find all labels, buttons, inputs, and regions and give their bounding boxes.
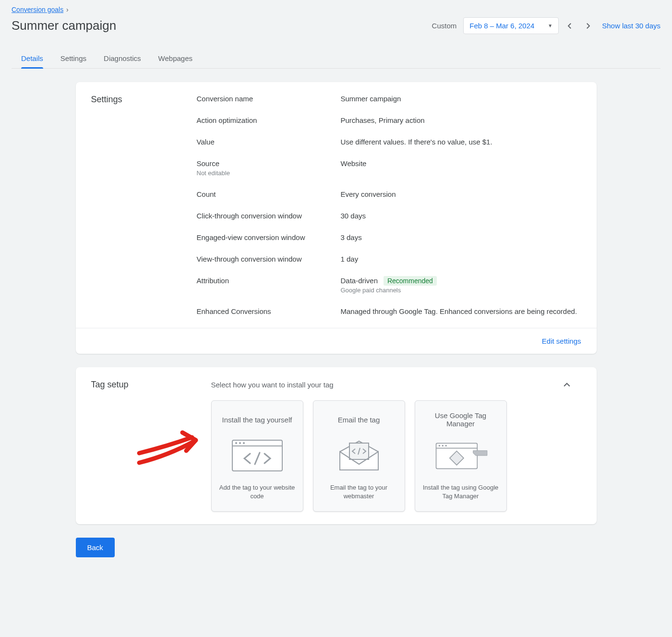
row-subvalue-attribution: Google paid channels <box>341 287 581 294</box>
svg-point-2 <box>235 442 237 444</box>
chevron-right-icon <box>584 22 592 30</box>
breadcrumb: Conversion goals › <box>12 6 660 13</box>
show-last-30-days-link[interactable]: Show last 30 days <box>602 22 660 30</box>
tab-details[interactable]: Details <box>21 48 43 68</box>
svg-point-4 <box>243 442 245 444</box>
collapse-button[interactable] <box>562 380 581 390</box>
tag-option-install-yourself[interactable]: Install the tag yourself Add the tag to … <box>211 400 303 512</box>
breadcrumb-link-conversion-goals[interactable]: Conversion goals <box>12 6 63 13</box>
row-value-enhanced: Managed through Google Tag. Enhanced con… <box>341 307 581 315</box>
tag-option-desc: Email the tag to your webmaster <box>320 483 398 501</box>
row-label-vtc-window: View-through conversion window <box>197 255 341 263</box>
row-label-action-optimization: Action optimization <box>197 116 341 124</box>
row-value-ctc-window: 30 days <box>341 212 581 220</box>
row-label-value: Value <box>197 138 341 146</box>
annotation-arrow-icon <box>134 427 206 470</box>
row-value-count: Every conversion <box>341 190 581 198</box>
row-sublabel-source: Not editable <box>197 169 341 177</box>
row-label-count: Count <box>197 190 341 198</box>
row-label-enhanced: Enhanced Conversions <box>197 307 341 315</box>
row-label-ctc-window: Click-through conversion window <box>197 212 341 220</box>
svg-point-12 <box>445 445 446 446</box>
row-value-vtc-window: 1 day <box>341 255 581 263</box>
svg-rect-0 <box>232 440 282 471</box>
edit-settings-link[interactable]: Edit settings <box>542 337 581 345</box>
chevron-up-icon <box>562 380 572 390</box>
row-label-evc-window: Engaged-view conversion window <box>197 233 341 241</box>
tab-diagnostics[interactable]: Diagnostics <box>104 48 141 68</box>
tag-option-gtm[interactable]: Use Google Tag Manager Install the tag u… <box>415 400 507 512</box>
tag-option-title: Install the tag yourself <box>222 409 292 430</box>
tag-option-title: Use Google Tag Manager <box>422 409 500 430</box>
page-title: Summer campaign <box>12 18 116 33</box>
tab-webpages[interactable]: Webpages <box>158 48 192 68</box>
svg-point-3 <box>239 442 241 444</box>
tag-option-email-tag[interactable]: Email the tag Email the tag to your webm… <box>313 400 405 512</box>
row-value-value: Use different values. If there's no valu… <box>341 138 581 146</box>
row-label-source-text: Source <box>197 159 341 168</box>
chevron-right-icon: › <box>64 6 69 13</box>
dropdown-triangle-icon: ▼ <box>548 23 552 28</box>
date-controls: Custom Feb 8 – Mar 6, 2024 ▼ Show last 3… <box>432 17 660 34</box>
recommended-badge: Recommended <box>384 276 437 286</box>
tab-settings[interactable]: Settings <box>60 48 86 68</box>
date-mode-label: Custom <box>432 22 457 30</box>
row-label-source: Source Not editable <box>197 159 341 177</box>
settings-section-title: Settings <box>91 95 197 315</box>
tag-option-desc: Install the tag using Google Tag Manager <box>422 483 500 501</box>
svg-point-10 <box>438 445 440 446</box>
row-value-source: Website <box>341 159 581 168</box>
code-window-icon <box>228 436 286 475</box>
settings-card: Settings Conversion name Summer campaign… <box>76 82 597 354</box>
row-value-action-optimization: Purchases, Primary action <box>341 116 581 124</box>
chevron-left-icon <box>565 22 574 30</box>
tag-setup-card: Tag setup Select how you want to install… <box>76 367 597 524</box>
tag-setup-description: Select how you want to install your tag <box>211 381 562 389</box>
row-value-attribution-text: Data-driven <box>341 276 378 285</box>
date-range-text: Feb 8 – Mar 6, 2024 <box>469 22 534 30</box>
back-button[interactable]: Back <box>76 538 115 557</box>
svg-point-11 <box>442 445 443 446</box>
tag-setup-title: Tag setup <box>91 380 211 390</box>
date-range-picker[interactable]: Feb 8 – Mar 6, 2024 ▼ <box>463 17 559 34</box>
row-value-evc-window: 3 days <box>341 233 581 241</box>
row-label-conversion-name: Conversion name <box>197 95 341 103</box>
email-envelope-icon <box>330 436 388 475</box>
gtm-window-icon <box>432 436 490 475</box>
tag-option-title: Email the tag <box>338 409 380 430</box>
date-prev-button[interactable] <box>565 22 577 30</box>
row-value-attribution: Data-driven Recommended Google paid chan… <box>341 276 581 294</box>
row-value-conversion-name: Summer campaign <box>341 95 581 103</box>
tabs: Details Settings Diagnostics Webpages <box>12 48 660 69</box>
tag-option-desc: Add the tag to your website code <box>218 483 296 501</box>
row-label-attribution: Attribution <box>197 276 341 285</box>
date-next-button[interactable] <box>584 22 595 30</box>
